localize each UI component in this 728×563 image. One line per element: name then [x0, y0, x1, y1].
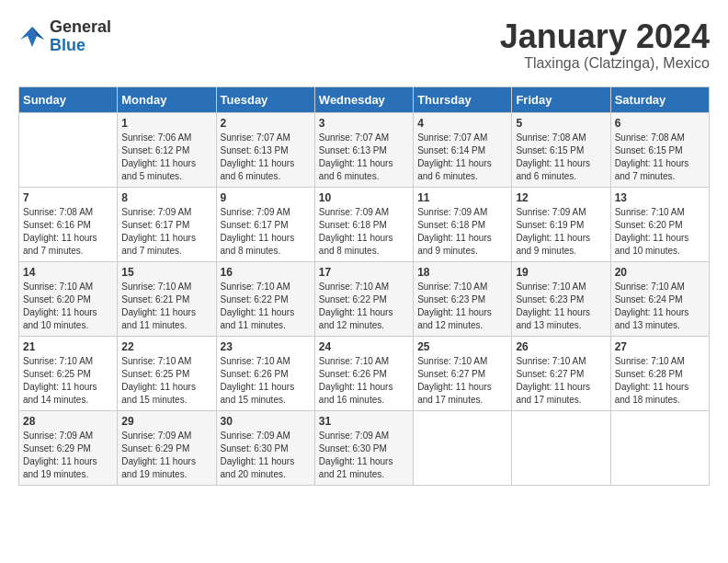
title-block: January 2024 Tlaxinga (Clatzinga), Mexic… [500, 18, 710, 72]
calendar-week-row: 7Sunrise: 7:08 AMSunset: 6:16 PMDaylight… [19, 187, 710, 261]
day-info: Sunrise: 7:08 AMSunset: 6:16 PMDaylight:… [23, 206, 113, 258]
day-header-monday: Monday [118, 86, 216, 112]
calendar-cell: 29Sunrise: 7:09 AMSunset: 6:29 PMDayligh… [118, 410, 216, 485]
day-info: Sunrise: 7:09 AMSunset: 6:18 PMDaylight:… [319, 206, 409, 258]
day-info: Sunrise: 7:10 AMSunset: 6:25 PMDaylight:… [23, 355, 113, 407]
calendar-cell: 17Sunrise: 7:10 AMSunset: 6:22 PMDayligh… [314, 261, 413, 336]
day-number: 20 [615, 266, 705, 279]
logo-blue: Blue [50, 37, 111, 55]
calendar-cell: 25Sunrise: 7:10 AMSunset: 6:27 PMDayligh… [414, 336, 512, 410]
day-number: 15 [121, 266, 211, 279]
day-number: 19 [516, 266, 606, 279]
day-info: Sunrise: 7:10 AMSunset: 6:27 PMDaylight:… [417, 355, 507, 407]
day-header-tuesday: Tuesday [216, 86, 314, 112]
day-number: 8 [121, 191, 211, 204]
calendar-week-row: 1Sunrise: 7:06 AMSunset: 6:12 PMDaylight… [19, 112, 710, 187]
day-number: 10 [319, 191, 409, 204]
logo-general: General [50, 18, 111, 37]
calendar-cell: 4Sunrise: 7:07 AMSunset: 6:14 PMDaylight… [414, 112, 512, 187]
calendar-cell: 8Sunrise: 7:09 AMSunset: 6:17 PMDaylight… [118, 187, 216, 261]
day-info: Sunrise: 7:08 AMSunset: 6:15 PMDaylight:… [615, 132, 705, 183]
day-number: 28 [23, 415, 113, 428]
day-info: Sunrise: 7:09 AMSunset: 6:29 PMDaylight:… [121, 430, 211, 481]
day-info: Sunrise: 7:08 AMSunset: 6:15 PMDaylight:… [516, 132, 606, 183]
day-number: 12 [516, 191, 606, 204]
day-number: 17 [319, 266, 409, 279]
calendar-cell: 7Sunrise: 7:08 AMSunset: 6:16 PMDaylight… [19, 187, 118, 261]
day-info: Sunrise: 7:09 AMSunset: 6:30 PMDaylight:… [221, 430, 311, 481]
day-header-sunday: Sunday [19, 86, 118, 112]
calendar-cell [610, 410, 709, 485]
day-info: Sunrise: 7:10 AMSunset: 6:28 PMDaylight:… [615, 355, 705, 407]
page-header: General Blue January 2024 Tlaxinga (Clat… [18, 18, 710, 72]
calendar-cell: 13Sunrise: 7:10 AMSunset: 6:20 PMDayligh… [610, 187, 709, 261]
calendar-cell [414, 410, 512, 485]
day-number: 6 [615, 117, 705, 130]
day-info: Sunrise: 7:10 AMSunset: 6:27 PMDaylight:… [516, 355, 606, 407]
calendar-cell: 10Sunrise: 7:09 AMSunset: 6:18 PMDayligh… [314, 187, 413, 261]
day-number: 27 [615, 340, 705, 353]
day-number: 14 [23, 266, 113, 279]
calendar-cell: 28Sunrise: 7:09 AMSunset: 6:29 PMDayligh… [19, 410, 118, 485]
logo: General Blue [18, 18, 111, 55]
day-number: 24 [319, 340, 409, 353]
day-number: 4 [417, 117, 507, 130]
day-number: 25 [417, 340, 507, 353]
day-number: 3 [319, 117, 409, 130]
calendar-cell: 12Sunrise: 7:09 AMSunset: 6:19 PMDayligh… [512, 187, 610, 261]
calendar-cell: 18Sunrise: 7:10 AMSunset: 6:23 PMDayligh… [414, 261, 512, 336]
day-number: 16 [221, 266, 311, 279]
calendar-week-row: 21Sunrise: 7:10 AMSunset: 6:25 PMDayligh… [19, 336, 710, 410]
calendar-cell: 9Sunrise: 7:09 AMSunset: 6:17 PMDaylight… [216, 187, 314, 261]
day-info: Sunrise: 7:07 AMSunset: 6:14 PMDaylight:… [417, 132, 507, 183]
day-number: 1 [121, 117, 211, 130]
day-info: Sunrise: 7:09 AMSunset: 6:30 PMDaylight:… [319, 430, 409, 481]
calendar-cell: 21Sunrise: 7:10 AMSunset: 6:25 PMDayligh… [19, 336, 118, 410]
calendar-cell: 26Sunrise: 7:10 AMSunset: 6:27 PMDayligh… [512, 336, 610, 410]
calendar-cell: 31Sunrise: 7:09 AMSunset: 6:30 PMDayligh… [314, 410, 413, 485]
calendar-cell: 2Sunrise: 7:07 AMSunset: 6:13 PMDaylight… [216, 112, 314, 187]
day-info: Sunrise: 7:10 AMSunset: 6:20 PMDaylight:… [23, 281, 113, 332]
day-info: Sunrise: 7:10 AMSunset: 6:23 PMDaylight:… [516, 281, 606, 332]
day-header-saturday: Saturday [610, 86, 709, 112]
day-number: 23 [221, 340, 311, 353]
day-info: Sunrise: 7:06 AMSunset: 6:12 PMDaylight:… [121, 132, 211, 183]
day-number: 7 [23, 191, 113, 204]
calendar-cell [512, 410, 610, 485]
day-number: 26 [516, 340, 606, 353]
day-info: Sunrise: 7:10 AMSunset: 6:21 PMDaylight:… [121, 281, 211, 332]
day-number: 9 [221, 191, 311, 204]
logo-bird-icon [18, 23, 46, 51]
day-info: Sunrise: 7:09 AMSunset: 6:17 PMDaylight:… [121, 206, 211, 258]
day-info: Sunrise: 7:09 AMSunset: 6:19 PMDaylight:… [516, 206, 606, 258]
calendar-cell: 5Sunrise: 7:08 AMSunset: 6:15 PMDaylight… [512, 112, 610, 187]
day-number: 13 [615, 191, 705, 204]
calendar-cell: 1Sunrise: 7:06 AMSunset: 6:12 PMDaylight… [118, 112, 216, 187]
day-number: 2 [221, 117, 311, 130]
day-header-friday: Friday [512, 86, 610, 112]
calendar-cell [19, 112, 118, 187]
day-info: Sunrise: 7:07 AMSunset: 6:13 PMDaylight:… [221, 132, 311, 183]
calendar-cell: 24Sunrise: 7:10 AMSunset: 6:26 PMDayligh… [314, 336, 413, 410]
calendar-cell: 22Sunrise: 7:10 AMSunset: 6:25 PMDayligh… [118, 336, 216, 410]
day-header-thursday: Thursday [414, 86, 512, 112]
day-number: 18 [417, 266, 507, 279]
day-number: 21 [23, 340, 113, 353]
day-number: 29 [121, 415, 211, 428]
day-info: Sunrise: 7:09 AMSunset: 6:18 PMDaylight:… [417, 206, 507, 258]
calendar-cell: 14Sunrise: 7:10 AMSunset: 6:20 PMDayligh… [19, 261, 118, 336]
day-info: Sunrise: 7:10 AMSunset: 6:22 PMDaylight:… [221, 281, 311, 332]
day-info: Sunrise: 7:10 AMSunset: 6:20 PMDaylight:… [615, 206, 705, 258]
day-info: Sunrise: 7:10 AMSunset: 6:25 PMDaylight:… [121, 355, 211, 407]
calendar-cell: 20Sunrise: 7:10 AMSunset: 6:24 PMDayligh… [610, 261, 709, 336]
calendar-cell: 23Sunrise: 7:10 AMSunset: 6:26 PMDayligh… [216, 336, 314, 410]
day-number: 30 [221, 415, 311, 428]
calendar-cell: 19Sunrise: 7:10 AMSunset: 6:23 PMDayligh… [512, 261, 610, 336]
calendar-subtitle: Tlaxinga (Clatzinga), Mexico [500, 55, 710, 72]
calendar-table: SundayMondayTuesdayWednesdayThursdayFrid… [18, 86, 710, 486]
day-info: Sunrise: 7:09 AMSunset: 6:29 PMDaylight:… [23, 430, 113, 481]
calendar-cell: 6Sunrise: 7:08 AMSunset: 6:15 PMDaylight… [610, 112, 709, 187]
day-info: Sunrise: 7:10 AMSunset: 6:24 PMDaylight:… [615, 281, 705, 332]
day-info: Sunrise: 7:09 AMSunset: 6:17 PMDaylight:… [221, 206, 311, 258]
calendar-week-row: 14Sunrise: 7:10 AMSunset: 6:20 PMDayligh… [19, 261, 710, 336]
